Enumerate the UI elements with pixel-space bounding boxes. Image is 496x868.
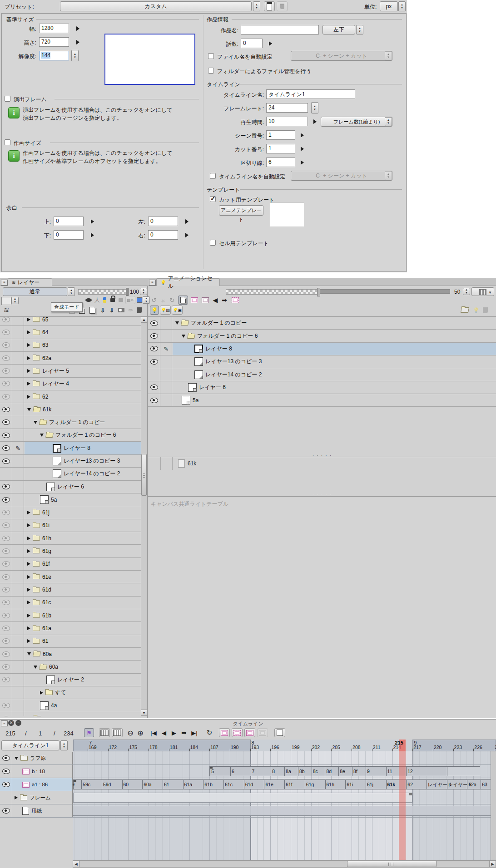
collapse-arrow-icon[interactable]: [175, 321, 179, 325]
onion-prev-icon[interactable]: ↺: [150, 296, 158, 304]
visibility-cell[interactable]: [0, 712, 12, 716]
layer-name[interactable]: フォルダー 1 のコピー 6: [197, 332, 258, 340]
folder-icon[interactable]: [33, 317, 40, 322]
new-cel-button[interactable]: [219, 728, 230, 737]
track-a1-name[interactable]: a1 : 86: [0, 778, 73, 791]
visibility-cell[interactable]: [0, 519, 12, 532]
visibility-cell[interactable]: [0, 635, 12, 647]
cel-extra-row[interactable]: 61k: [148, 457, 496, 470]
eye-icon[interactable]: [2, 381, 10, 386]
lock-alpha-icon[interactable]: [117, 296, 124, 304]
visibility-cell[interactable]: [148, 394, 160, 406]
eye-icon[interactable]: [2, 626, 10, 631]
scroll-left-arrow[interactable]: ◀: [73, 860, 79, 868]
timeline-cell[interactable]: 8f: [353, 769, 357, 774]
scroll-up-arrow[interactable]: ▲: [141, 316, 147, 323]
timeline-cell[interactable]: 8b: [299, 769, 305, 774]
layer-row-content[interactable]: レイヤー 4: [25, 378, 141, 390]
layer-row-content[interactable]: 61i: [25, 519, 141, 532]
direction-frame-checkbox[interactable]: [5, 96, 10, 102]
next-frame-icon[interactable]: ➡: [180, 728, 188, 737]
light-table-cel2-button[interactable]: 💡▣: [172, 306, 183, 315]
scroll-down-arrow[interactable]: ▼: [141, 710, 147, 716]
layer-name[interactable]: レイヤー 5: [42, 367, 69, 375]
layer-row[interactable]: レイヤー 6: [0, 481, 141, 493]
layer-name[interactable]: フォルダー 1 のコピー: [49, 419, 105, 426]
layer-row[interactable]: レイヤー 2: [0, 674, 141, 686]
eye-icon[interactable]: [2, 613, 10, 618]
ruler-frame-number[interactable]: 226: [474, 745, 482, 750]
folder-icon[interactable]: [33, 523, 40, 528]
expand-arrow-icon[interactable]: [27, 318, 30, 321]
layer-name[interactable]: すて: [55, 689, 66, 696]
timeline-name-field[interactable]: タイムライン1: [266, 89, 355, 99]
folder-icon[interactable]: [33, 330, 40, 335]
ruler-frame-number[interactable]: 178: [149, 745, 158, 750]
eye-icon[interactable]: [2, 782, 10, 787]
eye-icon[interactable]: [150, 385, 158, 390]
layer-row-content[interactable]: レイヤー13 のコピー 3: [173, 355, 496, 368]
timeline-cell[interactable]: 63: [482, 782, 487, 787]
layer-row-content[interactable]: 61h: [25, 532, 141, 544]
timeline-cell[interactable]: 61c: [225, 782, 233, 787]
layer-name[interactable]: 61f: [42, 561, 50, 567]
layer-name[interactable]: レイヤー 8: [64, 444, 90, 452]
folder-icon[interactable]: [33, 587, 40, 592]
layer-row[interactable]: 61c: [0, 597, 141, 609]
delete-layer-icon[interactable]: [135, 306, 143, 314]
layer-thumbnail[interactable]: [40, 495, 49, 504]
layer-name[interactable]: 5a: [51, 497, 57, 503]
folder-icon[interactable]: [33, 548, 40, 553]
play-icon[interactable]: ▶: [170, 728, 178, 737]
layer-row[interactable]: フォルダー 1 のコピー: [0, 416, 141, 429]
eye-icon[interactable]: [150, 333, 158, 339]
visibility-cell[interactable]: [0, 545, 12, 557]
layer-row[interactable]: 61h: [0, 532, 141, 545]
visibility-cell[interactable]: [0, 622, 12, 634]
layer-name[interactable]: 65: [42, 316, 48, 323]
track-name-content[interactable]: ラフ原: [13, 752, 72, 764]
eye-icon[interactable]: [2, 407, 10, 412]
timeline-hscroll-thumb[interactable]: [347, 861, 436, 867]
layer-name[interactable]: 61j: [42, 509, 50, 516]
layer-row[interactable]: 61j: [0, 506, 141, 519]
eye-icon[interactable]: [150, 321, 158, 326]
scroll-right-arrow[interactable]: ▶: [489, 860, 496, 868]
layer-row-content[interactable]: レイヤー 2: [25, 674, 141, 686]
open-folder-icon[interactable]: [39, 665, 47, 670]
ruler-frame-number[interactable]: 202: [312, 745, 320, 750]
layer-name[interactable]: 61a: [42, 625, 51, 631]
layer-row-content[interactable]: 60a: [25, 661, 141, 673]
track-paper-name[interactable]: 用紙: [0, 804, 73, 817]
layer-name[interactable]: 60a: [49, 664, 58, 670]
eye-icon[interactable]: [2, 651, 10, 657]
track-name-content[interactable]: a1 : 86: [13, 778, 72, 791]
expand-arrow-icon[interactable]: [27, 511, 30, 514]
visibility-cell[interactable]: [0, 700, 12, 712]
fps-stepper[interactable]: ▲▼: [311, 102, 318, 113]
apply-mask-icon[interactable]: ✑: [127, 306, 134, 314]
track-a1-clip[interactable]: 5959c59d6060a6161a61b61c61d61e61f61g61h6…: [73, 779, 496, 789]
timeline-cell[interactable]: 8c: [313, 769, 318, 774]
margin-bottom-field[interactable]: 0: [54, 230, 84, 240]
scene-arrow[interactable]: [301, 133, 304, 138]
layer-thumbnail[interactable]: [53, 444, 61, 453]
visibility-cell[interactable]: [0, 429, 12, 441]
layer-name[interactable]: 61i: [42, 522, 50, 528]
eye-icon[interactable]: [2, 523, 10, 528]
layer-row[interactable]: すて: [0, 686, 141, 699]
select-cel-icon[interactable]: [190, 296, 199, 304]
folder-icon[interactable]: [45, 690, 53, 695]
layer-row-content[interactable]: 64: [25, 326, 141, 338]
expand-arrow-icon[interactable]: [27, 639, 30, 643]
layer-name[interactable]: 63: [42, 342, 48, 348]
timeline-cell[interactable]: 61e: [265, 782, 273, 787]
layer-name[interactable]: レイヤー 6: [57, 483, 84, 491]
track-name-content[interactable]: フレーム: [13, 791, 72, 804]
visibility-cell[interactable]: [0, 661, 12, 673]
visibility-cell[interactable]: [0, 352, 12, 364]
expand-arrow-icon[interactable]: [27, 588, 30, 592]
visibility-cell[interactable]: [148, 381, 160, 394]
timeline-cell[interactable]: 61h: [327, 782, 335, 787]
new-folder-icon[interactable]: [88, 306, 96, 314]
